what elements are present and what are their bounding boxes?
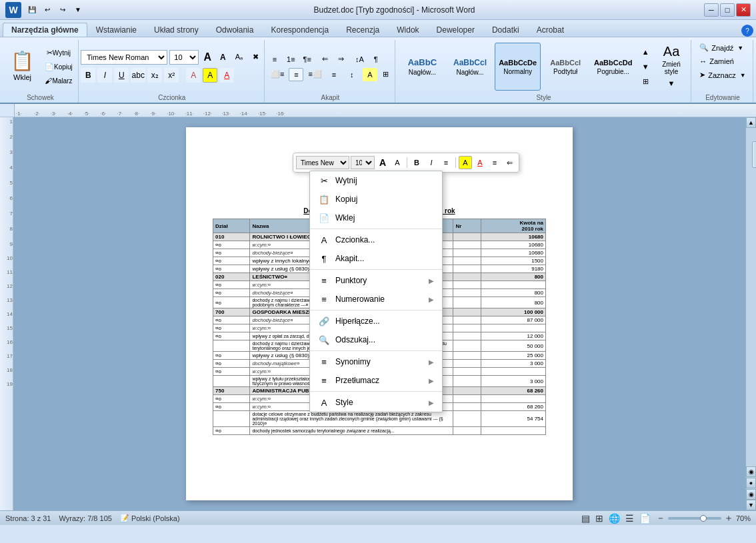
vertical-scrollbar[interactable]: ▲ ◉ ● ◉ ▼ [745,117,756,510]
paste-button[interactable]: 📋 Wklej [5,41,40,89]
mini-size-select[interactable]: 10 [351,156,375,169]
tab-developer[interactable]: Deweloper [428,23,483,37]
scroll-down-button[interactable]: ▼ [746,500,756,510]
font-name-select[interactable]: Times New Roman [81,50,167,65]
undo-button[interactable]: ↩ [41,3,54,17]
close-button[interactable]: ✕ [736,3,751,17]
font-size-select[interactable]: 10 [169,50,199,65]
format-painter-button[interactable]: 🖌 Malarz [41,74,76,87]
bullets-button[interactable]: ≡ [267,53,282,66]
borders-button[interactable]: ⊞ [379,68,393,81]
style-strong[interactable]: AaBbCcDd Pogrubie... [590,43,636,91]
help-button[interactable]: ? [741,25,753,37]
mini-bullet-button[interactable]: ≡ [488,156,501,169]
ctx-paste[interactable]: 📄 Wklej [310,209,442,227]
next-page-button[interactable]: ◉ [746,489,756,500]
shading-button[interactable]: A [363,68,377,81]
align-center-button[interactable]: ≡ [289,68,303,81]
minimize-button[interactable]: ─ [704,3,719,17]
tab-addins[interactable]: Dodatki [483,23,528,37]
highlight-button[interactable]: A [203,68,217,83]
strikethrough-button[interactable]: abc [131,68,145,83]
tab-acrobat[interactable]: Acrobat [528,23,573,37]
tab-view[interactable]: Widok [388,23,427,37]
mini-grow-button[interactable]: A [376,156,389,169]
numbering-button[interactable]: 1≡ [283,53,299,66]
tab-page-layout[interactable]: Układ strony [145,23,207,37]
superscript-button[interactable]: x² [164,68,179,83]
prev-page-button[interactable]: ◉ [746,466,756,477]
ctx-numbering[interactable]: ≡ Numerowanie ▶ [310,290,442,308]
tab-references[interactable]: Odwołania [207,23,263,37]
redo-button[interactable]: ↪ [56,3,69,17]
mini-font-select[interactable]: Times New [296,156,349,169]
tab-mailings[interactable]: Korespondencja [262,23,337,37]
sort-button[interactable]: ↕A [352,53,367,66]
ctx-search[interactable]: 🔍 Odszukaj... [310,330,442,349]
find-button[interactable]: 🔍 Znajdź ▼ [695,41,751,54]
align-left-button[interactable]: ⬜≡ [267,68,287,81]
select-button[interactable]: ➤ Zaznacz ▼ [695,69,751,81]
ctx-translate[interactable]: ≡ Przetłumacz ▶ [310,371,442,390]
zoom-in-button[interactable]: ＋ [724,512,733,524]
style-normal[interactable]: AaBbCcDe Normalny [495,43,541,91]
underline-button[interactable]: U [114,68,129,83]
view-outline-button[interactable]: ☰ [625,513,634,524]
grow-font-button[interactable]: A [201,51,214,64]
zoom-out-button[interactable]: － [656,512,665,524]
ctx-synonyms[interactable]: ≡ Synonimy ▶ [310,352,442,371]
show-hide-button[interactable]: ¶ [369,53,383,66]
mini-highlight-button[interactable]: A [459,156,472,169]
text-effects-button[interactable]: A [186,68,201,83]
styles-more-button[interactable]: ⊞ [638,75,653,88]
mini-decrease-indent-button[interactable]: ⇐ [503,156,516,169]
spell-check-icon[interactable]: 📝 Polski (Polska) [120,514,180,522]
ctx-bullets[interactable]: ≡ Punktory ▶ [310,271,442,290]
ctx-hyperlink[interactable]: 🔗 Hiperłącze... [310,312,442,330]
tab-insert[interactable]: Wstawianie [87,23,145,37]
multilevel-list-button[interactable]: ¶≡ [300,53,315,66]
font-color-button[interactable]: A [219,68,234,83]
justify-button[interactable]: ≡ [327,68,341,81]
style-subtitle[interactable]: AaBbCcl Podtytuł [543,43,589,91]
view-draft-button[interactable]: 📄 [639,513,651,524]
save-button[interactable]: 💾 [25,3,39,17]
replace-button[interactable]: ↔ Zamień [695,55,751,67]
view-fullscreen-button[interactable]: ⊞ [595,513,603,524]
mini-shrink-button[interactable]: A [391,156,404,169]
styles-scroll-down[interactable]: ▼ [638,60,653,73]
change-styles-dropdown[interactable]: ▼ [664,77,679,90]
document-scroll[interactable]: Times New 10 A A B I ≡ A A ≡ ⇐ [13,117,745,510]
style-heading1[interactable]: AaBbC Nagłów... [399,43,445,91]
maximize-button[interactable]: □ [720,3,735,17]
view-normal-button[interactable]: ▤ [581,513,590,524]
change-case-button[interactable]: Aₐ [231,51,246,64]
tab-home[interactable]: Narzędzia główne [3,23,87,37]
copy-button[interactable]: 📄 Kopiuj [41,60,76,73]
align-right-button[interactable]: ≡⬜ [305,68,325,81]
mini-font-color-button[interactable]: A [473,156,487,169]
mini-italic-button[interactable]: I [425,156,438,169]
clear-format-button[interactable]: ✖ [248,51,263,64]
shrink-font-button[interactable]: A [216,51,229,64]
ctx-font[interactable]: A Czcionka... [310,231,442,249]
scroll-thumb[interactable] [752,141,757,168]
mini-bold-button[interactable]: B [410,156,423,169]
tab-review[interactable]: Recenzja [337,23,388,37]
italic-button[interactable]: I [97,68,112,83]
mini-align-button[interactable]: ≡ [439,156,453,169]
zoom-slider[interactable] [668,517,721,520]
ctx-cut[interactable]: ✂ Wytnij [310,171,442,190]
increase-indent-button[interactable]: ⇒ [334,53,349,66]
ctx-styles[interactable]: A Style ▶ [310,393,442,412]
ctx-copy[interactable]: 📋 Kopiuj [310,190,442,209]
line-spacing-button[interactable]: ↕ [345,68,359,81]
scroll-up-button[interactable]: ▲ [746,117,756,128]
subscript-button[interactable]: x₂ [147,68,162,83]
decrease-indent-button[interactable]: ⇐ [318,53,333,66]
cut-button[interactable]: ✂ Wytnij [41,46,76,59]
view-web-button[interactable]: 🌐 [609,513,620,524]
quick-access-more-button[interactable]: ▼ [71,3,85,17]
style-heading2[interactable]: AaBbCcl Nagłów... [447,43,493,91]
styles-scroll-up[interactable]: ▲ [638,45,653,59]
